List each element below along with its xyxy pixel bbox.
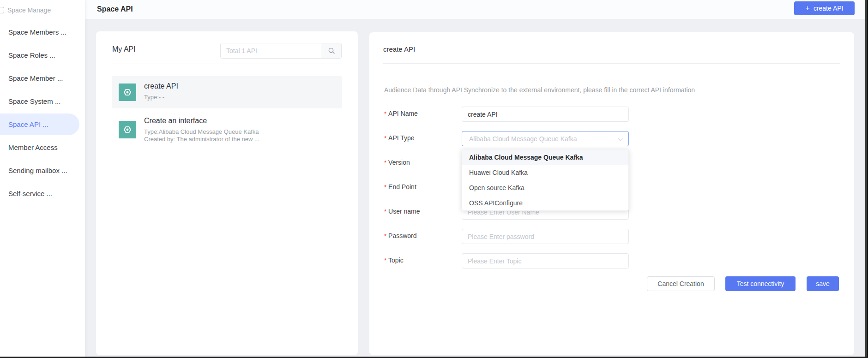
label-text: Password	[388, 232, 416, 239]
api-item-type: Type:Alibaba Cloud Message Queue Kafka	[144, 128, 259, 135]
sidebar-item-space-api[interactable]: Space API ...	[0, 113, 79, 135]
search-icon	[328, 47, 335, 54]
dropdown-option-open-source-kafka[interactable]: Open source Kafka	[462, 180, 628, 195]
my-api-panel: My API create API Type:- - Cr	[96, 31, 358, 355]
create-api-button[interactable]: + create API	[794, 1, 855, 15]
sidebar-item-member-access[interactable]: Member Access	[0, 136, 85, 159]
chevron-down-icon	[618, 135, 623, 140]
sidebar-item-space-roles[interactable]: Space Roles ...	[0, 43, 85, 66]
sidebar-item-label: Space API ...	[8, 120, 48, 128]
sidebar-item-space-members[interactable]: Space Members ...	[0, 20, 85, 43]
page-title: Space API	[97, 5, 133, 13]
search-button[interactable]	[321, 43, 341, 58]
panel-divider	[112, 64, 342, 64]
dropdown-option-oss-apiconfigure[interactable]: OSS APIConfigure	[462, 195, 628, 210]
required-asterisk: *	[384, 183, 386, 191]
dropdown-option-alibaba-kafka[interactable]: Alibaba Cloud Message Queue Kafka	[462, 149, 628, 165]
sidebar-item-space-system[interactable]: Space System ...	[0, 90, 85, 113]
api-item-title: create API	[144, 82, 178, 90]
search-input[interactable]	[221, 43, 321, 58]
api-list-item-create-api[interactable]: create API Type:- -	[112, 76, 342, 108]
sidebar-item-label: Member Access	[8, 143, 58, 151]
api-hexagon-icon	[121, 86, 133, 98]
label-text: Topic	[388, 257, 404, 264]
sidebar-header-label: Space Manage	[7, 6, 51, 14]
label-text: User name	[388, 208, 420, 215]
end-point-label: * End Point	[384, 183, 416, 191]
panel-divider	[383, 63, 840, 64]
test-connectivity-button[interactable]: Test connectivity	[725, 276, 796, 291]
api-list-item-create-an-interface[interactable]: Create an interface Type:Alibaba Cloud M…	[112, 113, 342, 145]
api-type-dropdown: Alibaba Cloud Message Queue Kafka Huawei…	[462, 149, 629, 211]
required-asterisk: *	[384, 134, 386, 142]
sidebar-item-label: Sending mailbox ...	[8, 167, 67, 174]
password-input[interactable]	[462, 229, 629, 244]
api-item-container	[119, 84, 136, 101]
label-text: API Name	[388, 110, 418, 117]
sidebar-item-self-service[interactable]: Self-service ...	[0, 182, 85, 205]
user-name-label: * User name	[384, 208, 420, 215]
create-api-button-label: create API	[814, 5, 844, 12]
password-label: * Password	[384, 232, 417, 239]
sidebar: Space Manage Space Members ... Space Rol…	[0, 0, 85, 358]
required-asterisk: *	[384, 257, 386, 264]
dropdown-option-huawei-kafka[interactable]: Huawei Cloud Kafka	[462, 165, 628, 180]
sidebar-item-space-member[interactable]: Space Member ...	[0, 66, 85, 90]
sidebar-header: Space Manage	[0, 6, 85, 15]
api-name-input[interactable]	[462, 107, 629, 122]
select-placeholder: Alibaba Cloud Message Queue Kafka	[469, 135, 618, 143]
api-type-select[interactable]: Alibaba Cloud Message Queue Kafka	[462, 131, 629, 146]
space-manage-icon	[0, 7, 4, 13]
sidebar-item-label: Space Members ...	[8, 28, 66, 36]
label-text: API Type	[388, 134, 415, 142]
required-asterisk: *	[384, 110, 386, 117]
sidebar-item-label: Space System ...	[8, 97, 60, 105]
api-search-box	[220, 43, 342, 59]
required-asterisk: *	[384, 208, 386, 215]
topic-input[interactable]	[462, 253, 629, 268]
my-api-title: My API	[112, 45, 136, 54]
sidebar-menu: Space Members ... Space Roles ... Space …	[0, 20, 85, 205]
save-button[interactable]: save	[807, 276, 839, 291]
create-api-panel: create API Audience Data through API Syn…	[369, 32, 854, 355]
version-label: * Version	[384, 159, 410, 166]
form-title: create API	[383, 45, 415, 53]
required-asterisk: *	[384, 232, 386, 239]
top-bar: Space API	[85, 0, 868, 19]
api-item-created-by: Created by: The administrator of the new…	[144, 136, 259, 143]
form-description: Audience Data through API Synchronize to…	[384, 86, 695, 94]
api-name-label: * API Name	[384, 110, 418, 117]
window-scrollbar[interactable]	[865, 0, 868, 358]
plus-icon: +	[806, 5, 810, 12]
cancel-creation-button[interactable]: Cancel Creation	[647, 276, 715, 291]
api-type-label: * API Type	[384, 134, 415, 142]
api-item-title: Create an interface	[144, 117, 207, 125]
api-hexagon-icon	[121, 124, 133, 136]
sidebar-item-label: Space Member ...	[8, 74, 63, 82]
api-item-container	[119, 121, 136, 138]
label-text: End Point	[388, 183, 416, 191]
sidebar-item-label: Space Roles ...	[8, 51, 55, 59]
label-text: Version	[388, 159, 410, 166]
sidebar-item-sending-mailbox[interactable]: Sending mailbox ...	[0, 159, 85, 182]
api-item-type: Type:- -	[144, 94, 164, 101]
topic-label: * Topic	[384, 257, 404, 264]
sidebar-item-label: Self-service ...	[8, 190, 52, 197]
required-asterisk: *	[384, 159, 386, 166]
